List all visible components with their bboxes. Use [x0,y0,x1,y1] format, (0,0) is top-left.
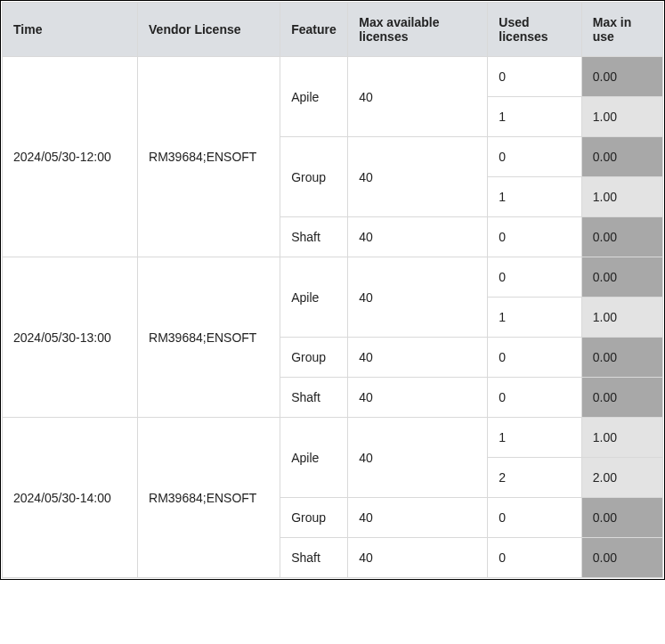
col-header-feature: Feature [280,3,348,57]
cell-max-available: 40 [348,498,488,538]
cell-time: 2024/05/30-13:00 [3,257,138,418]
cell-feature: Apile [280,257,348,338]
cell-used: 2 [488,458,581,498]
cell-feature: Group [280,498,348,538]
cell-used: 0 [488,57,581,97]
cell-max-available: 40 [348,217,488,257]
cell-vendor: RM39684;ENSOFT [138,257,280,418]
col-header-vendor: Vendor License [138,3,280,57]
cell-max-in-use: 0.00 [581,257,662,298]
cell-max-in-use: 0.00 [581,217,662,257]
cell-max-available: 40 [348,57,488,137]
cell-time: 2024/05/30-14:00 [3,418,138,578]
cell-max-in-use: 1.00 [581,177,662,217]
cell-max-in-use: 0.00 [581,378,662,418]
cell-feature: Apile [280,57,348,137]
cell-max-in-use: 2.00 [581,458,662,498]
cell-used: 0 [488,137,581,177]
cell-feature: Shaft [280,217,348,257]
cell-feature: Group [280,137,348,217]
col-header-maxavail: Max available licenses [348,3,488,57]
cell-used: 1 [488,298,581,338]
cell-used: 1 [488,418,581,458]
cell-max-available: 40 [348,538,488,578]
table-row: 2024/05/30-13:00RM39684;ENSOFTApile4000.… [3,257,663,298]
cell-max-available: 40 [348,137,488,217]
cell-feature: Apile [280,418,348,498]
col-header-maxuse: Max in use [581,3,662,57]
cell-feature: Group [280,338,348,378]
table-header-row: Time Vendor License Feature Max availabl… [3,3,663,57]
col-header-used: Used licenses [488,3,581,57]
cell-feature: Shaft [280,538,348,578]
cell-max-in-use: 0.00 [581,137,662,177]
cell-used: 0 [488,378,581,418]
table-row: 2024/05/30-14:00RM39684;ENSOFTApile4011.… [3,418,663,458]
cell-used: 0 [488,257,581,298]
cell-vendor: RM39684;ENSOFT [138,418,280,578]
cell-used: 0 [488,498,581,538]
cell-max-available: 40 [348,338,488,378]
license-usage-table-wrapper: Time Vendor License Feature Max availabl… [0,0,665,580]
cell-vendor: RM39684;ENSOFT [138,57,280,257]
table-row: 2024/05/30-12:00RM39684;ENSOFTApile4000.… [3,57,663,97]
cell-feature: Shaft [280,378,348,418]
cell-max-available: 40 [348,378,488,418]
cell-max-in-use: 0.00 [581,498,662,538]
table-body: 2024/05/30-12:00RM39684;ENSOFTApile4000.… [3,57,663,578]
cell-used: 1 [488,97,581,137]
cell-max-in-use: 1.00 [581,418,662,458]
cell-used: 0 [488,538,581,578]
cell-used: 1 [488,177,581,217]
cell-max-in-use: 0.00 [581,338,662,378]
cell-max-in-use: 1.00 [581,97,662,137]
cell-used: 0 [488,217,581,257]
cell-used: 0 [488,338,581,378]
cell-max-available: 40 [348,257,488,338]
cell-time: 2024/05/30-12:00 [3,57,138,257]
cell-max-in-use: 0.00 [581,538,662,578]
cell-max-in-use: 1.00 [581,298,662,338]
cell-max-available: 40 [348,418,488,498]
cell-max-in-use: 0.00 [581,57,662,97]
license-usage-table: Time Vendor License Feature Max availabl… [2,2,663,578]
col-header-time: Time [3,3,138,57]
